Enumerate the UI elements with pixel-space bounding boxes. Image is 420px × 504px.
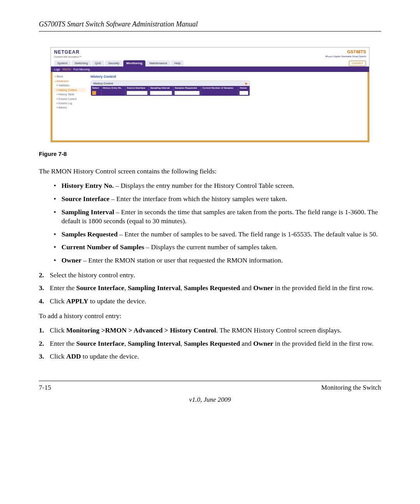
- ss-topbar: NETGEAR Connect with Innovation™ GS748TS…: [51, 47, 369, 59]
- figure-caption: Figure 7-8: [39, 150, 381, 158]
- th-current-samples: Current Number of Samples: [201, 86, 238, 90]
- th-source-interface: Source Interface: [126, 86, 149, 90]
- history-control-panel: History Control ▶ Select History Entry N…: [91, 80, 250, 96]
- tab-switching[interactable]: Switching: [72, 60, 91, 67]
- netgear-logo: NETGEAR: [54, 49, 81, 55]
- sub-tabs: Logs RMON Port Mirroring: [51, 66, 369, 72]
- add-step-1: 1.Click Monitoring >RMON > Advanced > Hi…: [39, 326, 381, 335]
- subtab-port-mirroring[interactable]: Port Mirroring: [74, 68, 90, 71]
- steps-add: 1.Click Monitoring >RMON > Advanced > Hi…: [39, 326, 381, 361]
- cell-samples-requested[interactable]: [173, 90, 201, 96]
- panel-arrow-icon[interactable]: ▶: [245, 82, 247, 85]
- tab-monitoring[interactable]: Monitoring: [123, 60, 145, 67]
- tab-qos[interactable]: QoS: [92, 60, 104, 67]
- cell-current-samples: [201, 90, 238, 96]
- cell-sampling-interval[interactable]: [149, 90, 173, 96]
- figure-screenshot: NETGEAR Connect with Innovation™ GS748TS…: [51, 47, 369, 142]
- side-events-log[interactable]: » Events Log: [54, 101, 86, 105]
- tab-maintenance[interactable]: Maintenance: [146, 60, 170, 67]
- field-history-entry: History Entry No. – Displays the entry n…: [39, 181, 381, 191]
- cell-entry-no[interactable]: [102, 90, 126, 96]
- side-history-table[interactable]: » History Table: [54, 92, 86, 96]
- th-owner: Owner: [238, 86, 250, 90]
- ss-brand: NETGEAR Connect with Innovation™: [54, 49, 81, 58]
- main-tabs: System Switching QoS Security Monitoring…: [51, 60, 369, 67]
- side-statistics[interactable]: » Statistics: [54, 83, 86, 88]
- tab-help[interactable]: Help: [171, 60, 184, 67]
- field-sampling-interval: Sampling Interval – Enter in seconds the…: [39, 208, 381, 226]
- intro-paragraph: The RMON History Control screen contains…: [39, 167, 381, 176]
- step-3: 3.Enter the Source Interface, Sampling I…: [39, 284, 381, 293]
- cell-select[interactable]: [91, 90, 102, 96]
- subtab-rmon[interactable]: RMON: [63, 68, 71, 71]
- step-2: 2.Select the history control entry.: [39, 271, 381, 280]
- field-source-interface: Source Interface – Enter the interface f…: [39, 194, 381, 204]
- field-samples-requested: Samples Requested – Enter the number of …: [39, 230, 381, 239]
- table-header-row: Select History Entry No. Source Interfac…: [91, 86, 250, 90]
- table-input-row: [91, 90, 250, 96]
- sidebar: • Basic • Advanced » Statistics » Histor…: [52, 72, 88, 140]
- th-samples-requested: Samples Requested: [173, 86, 201, 90]
- section-name: Monitoring the Switch: [321, 383, 381, 392]
- brand-tagline: Connect with Innovation™: [54, 55, 81, 58]
- add-intro: To add a history control entry:: [39, 312, 381, 321]
- cell-source-interface[interactable]: [126, 90, 149, 96]
- tab-security[interactable]: Security: [105, 60, 122, 67]
- header-rule: [39, 31, 381, 32]
- th-entry-no: History Entry No.: [102, 86, 126, 90]
- side-advanced[interactable]: • Advanced: [54, 79, 86, 83]
- add-step-3: 3.Click ADD to update the device.: [39, 352, 381, 361]
- model-name: GS748TS: [325, 49, 366, 55]
- footer-version: v1.0, June 2009: [39, 396, 381, 404]
- panel-title: History Control: [93, 82, 113, 85]
- subtab-logs[interactable]: Logs: [54, 68, 60, 71]
- ss-body: • Basic • Advanced » Statistics » Histor…: [51, 72, 369, 142]
- field-owner: Owner – Enter the RMON station or user t…: [39, 256, 381, 265]
- th-sampling-interval: Sampling Interval: [149, 86, 173, 90]
- page-number: 7-15: [39, 383, 51, 392]
- model-tagline: 48-port Gigabit Stackable Smart Switch: [325, 55, 366, 58]
- ss-model: GS748TS 48-port Gigabit Stackable Smart …: [325, 49, 366, 58]
- side-alarms[interactable]: » Alarms: [54, 105, 86, 110]
- page-header-title: GS700TS Smart Switch Software Administra…: [39, 19, 381, 29]
- steps-modify: 2.Select the history control entry. 3.En…: [39, 271, 381, 306]
- field-current-samples: Current Number of Samples – Displays the…: [39, 243, 381, 252]
- logout-button[interactable]: LOGOUT: [349, 61, 366, 66]
- history-control-table: Select History Entry No. Source Interfac…: [91, 86, 250, 96]
- side-events-control[interactable]: » Events Control: [54, 97, 86, 101]
- side-basic[interactable]: • Basic: [54, 74, 86, 79]
- step-4: 4.Click APPLY to update the device.: [39, 297, 381, 306]
- tab-system[interactable]: System: [54, 60, 71, 67]
- footer-row: 7-15 Monitoring the Switch: [39, 381, 381, 392]
- th-select: Select: [91, 86, 102, 90]
- ui-screenshot: NETGEAR Connect with Innovation™ GS748TS…: [51, 47, 369, 142]
- panel-header: History Control ▶: [91, 81, 250, 86]
- ss-main: History Control History Control ▶ Select…: [88, 72, 368, 140]
- fields-list: History Entry No. – Displays the entry n…: [39, 181, 381, 265]
- side-history-control[interactable]: » History Control: [54, 88, 86, 92]
- cell-owner[interactable]: [238, 90, 250, 96]
- add-step-2: 2.Enter the Source Interface, Sampling I…: [39, 339, 381, 348]
- section-title: History Control: [91, 74, 364, 79]
